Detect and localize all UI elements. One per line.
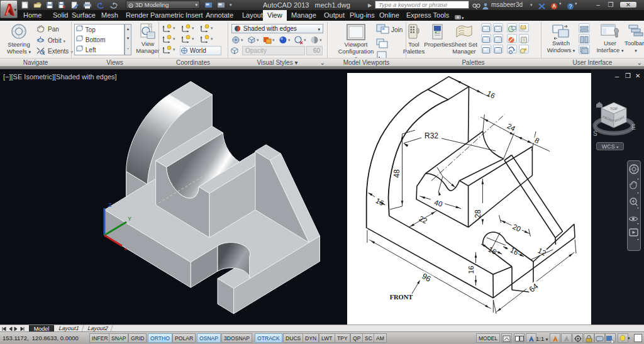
- svg-text:×: ×: [124, 246, 127, 252]
- svg-text:S: S: [593, 130, 597, 137]
- svg-text:▾: ▾: [116, 4, 118, 9]
- svg-text:Y: Y: [128, 216, 131, 222]
- svg-text:E: E: [631, 124, 636, 131]
- svg-text:48: 48: [392, 169, 401, 178]
- svg-text:16: 16: [486, 89, 496, 100]
- svg-text:?: ?: [569, 3, 572, 9]
- svg-text:16: 16: [509, 246, 519, 257]
- svg-text:22: 22: [418, 214, 428, 225]
- svg-text:Z: Z: [108, 202, 112, 208]
- svg-text:16: 16: [374, 197, 385, 208]
- svg-text:TOP: TOP: [610, 107, 618, 111]
- svg-text:FRONT: FRONT: [390, 294, 413, 301]
- svg-text:▾: ▾: [462, 16, 464, 20]
- svg-text:▾: ▾: [103, 4, 105, 9]
- svg-text:28: 28: [474, 209, 482, 218]
- svg-text:16: 16: [467, 266, 475, 274]
- svg-text:R32: R32: [425, 131, 438, 140]
